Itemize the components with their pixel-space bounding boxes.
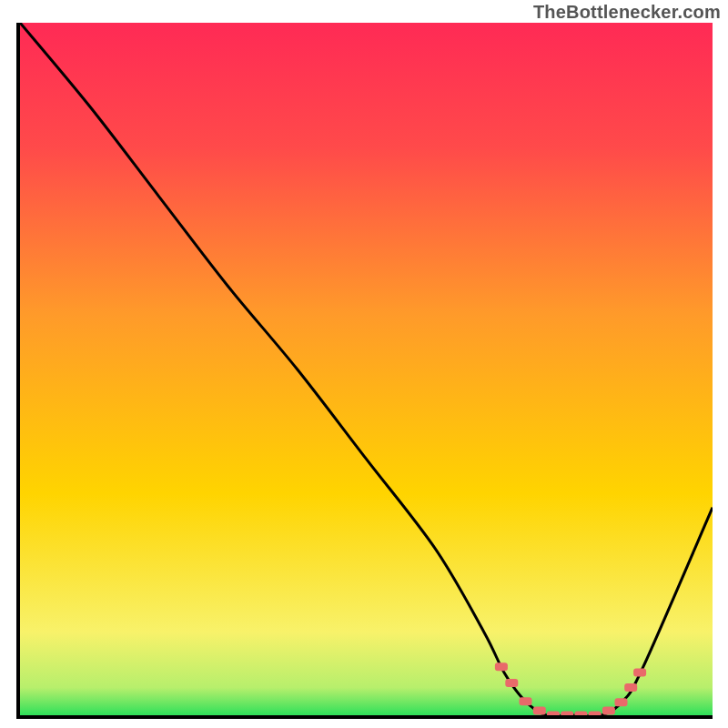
optimal-markers xyxy=(495,662,646,715)
optimal-marker xyxy=(561,712,573,716)
optimal-marker xyxy=(615,698,628,706)
optimal-marker xyxy=(505,679,518,687)
optimal-marker xyxy=(602,706,615,714)
bottleneck-curve xyxy=(20,23,713,715)
optimal-marker xyxy=(520,697,532,705)
optimal-marker xyxy=(533,706,546,714)
chart-container: { "attribution": "TheBottlenecker.com", … xyxy=(0,0,728,728)
optimal-marker xyxy=(624,683,637,692)
curve-layer xyxy=(20,23,713,715)
optimal-marker xyxy=(633,669,646,677)
optimal-marker xyxy=(574,712,587,716)
optimal-marker xyxy=(547,712,560,716)
optimal-marker xyxy=(589,712,602,716)
plot-area xyxy=(20,23,713,715)
optimal-marker xyxy=(495,662,508,671)
attribution-text: TheBottlenecker.com xyxy=(533,2,721,23)
plot-frame xyxy=(16,23,713,719)
